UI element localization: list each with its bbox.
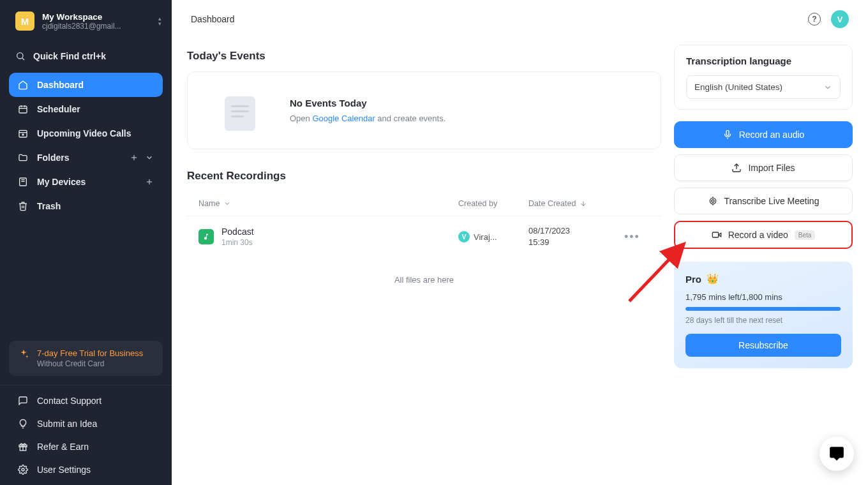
mic-icon bbox=[722, 130, 733, 140]
device-icon bbox=[18, 177, 28, 187]
bulb-icon bbox=[18, 419, 28, 429]
footer-submit-idea[interactable]: Submit an Idea bbox=[0, 412, 172, 435]
crown-icon: 👑 bbox=[707, 273, 719, 285]
row-actions-menu[interactable]: ••• bbox=[624, 230, 650, 244]
sidebar: M My Workspace cjdigitals2831@gmail... ▴… bbox=[0, 0, 172, 485]
record-video-button[interactable]: Record a video Beta bbox=[674, 221, 853, 249]
sidebar-nav: Dashboard Scheduler Upcoming Video Calls… bbox=[0, 68, 172, 218]
calendar-dot-icon bbox=[18, 128, 28, 138]
svg-rect-21 bbox=[726, 130, 729, 135]
beta-badge: Beta bbox=[795, 230, 816, 240]
search-icon bbox=[15, 51, 26, 61]
sidebar-item-label: My Devices bbox=[37, 177, 86, 187]
sidebar-item-trash[interactable]: Trash bbox=[9, 194, 163, 218]
google-calendar-link[interactable]: Google Calendar bbox=[312, 114, 375, 123]
column-name[interactable]: Name bbox=[198, 199, 458, 208]
folder-icon bbox=[18, 153, 28, 163]
svg-point-8 bbox=[22, 134, 24, 135]
sidebar-item-label: Dashboard bbox=[37, 80, 84, 90]
svg-point-24 bbox=[710, 198, 715, 204]
footer-label: User Settings bbox=[37, 465, 91, 475]
workspace-email: cjdigitals2831@gmail... bbox=[42, 22, 125, 31]
trial-promo-card[interactable]: 7-day Free Trial for Business Without Cr… bbox=[9, 341, 163, 376]
column-created-by[interactable]: Created by bbox=[458, 199, 528, 208]
plus-icon[interactable] bbox=[145, 177, 154, 186]
pro-progress-fill bbox=[685, 307, 841, 311]
transcribe-live-meeting-button[interactable]: Transcribe Live Meeting bbox=[674, 188, 853, 214]
svg-rect-2 bbox=[19, 106, 27, 113]
user-avatar[interactable]: V bbox=[831, 10, 849, 28]
svg-line-1 bbox=[22, 58, 24, 60]
footer-refer-earn[interactable]: Refer & Earn bbox=[0, 435, 172, 458]
pro-plan-panel: Pro 👑 1,795 mins left/1,800 mins 28 days… bbox=[674, 262, 853, 368]
plus-icon[interactable] bbox=[130, 153, 138, 162]
sidebar-item-label: Scheduler bbox=[37, 104, 80, 114]
trial-title: 7-day Free Trial for Business bbox=[37, 348, 143, 358]
chevron-updown-icon: ▴▾ bbox=[158, 16, 161, 26]
chevron-down-icon bbox=[223, 200, 231, 207]
svg-point-0 bbox=[17, 53, 23, 59]
sidebar-footer: Contact Support Submit an Idea Refer & E… bbox=[0, 385, 172, 485]
events-card: No Events Today Open Google Calendar and… bbox=[187, 71, 661, 149]
recording-name: Podcast bbox=[221, 227, 458, 237]
chat-icon bbox=[18, 396, 28, 406]
recording-row[interactable]: Podcast 1min 30s V Viraj... 08/17/2023 1… bbox=[187, 216, 661, 257]
footer-label: Refer & Earn bbox=[37, 442, 89, 452]
sidebar-item-folders[interactable]: Folders bbox=[9, 146, 163, 170]
svg-point-23 bbox=[712, 200, 714, 202]
arrow-down-icon bbox=[580, 200, 587, 207]
sidebar-item-label: Upcoming Video Calls bbox=[37, 128, 131, 138]
footer-label: Submit an Idea bbox=[37, 419, 97, 429]
creator-avatar: V bbox=[458, 231, 470, 243]
sidebar-item-label: Folders bbox=[37, 153, 70, 163]
recording-duration: 1min 30s bbox=[221, 238, 458, 247]
chat-support-fab[interactable] bbox=[819, 436, 854, 471]
sidebar-item-devices[interactable]: My Devices bbox=[9, 170, 163, 194]
sidebar-item-upcoming-calls[interactable]: Upcoming Video Calls bbox=[9, 121, 163, 146]
sidebar-item-dashboard[interactable]: Dashboard bbox=[9, 73, 163, 97]
quick-find[interactable]: Quick Find ctrl+k bbox=[0, 45, 172, 68]
topbar: Dashboard ? V bbox=[172, 0, 868, 38]
empty-events-illustration bbox=[203, 85, 273, 136]
recordings-heading: Recent Recordings bbox=[187, 170, 661, 183]
chat-bubble-icon bbox=[828, 445, 845, 462]
svg-rect-27 bbox=[712, 232, 718, 237]
record-audio-button[interactable]: Record an audio bbox=[674, 121, 853, 148]
sidebar-item-label: Trash bbox=[37, 201, 61, 211]
footer-label: Contact Support bbox=[37, 396, 101, 406]
audio-file-icon bbox=[198, 229, 214, 244]
events-heading: Today's Events bbox=[187, 50, 661, 63]
transcription-language-panel: Transcription language English (United S… bbox=[674, 45, 853, 110]
trial-subtitle: Without Credit Card bbox=[37, 359, 143, 368]
column-date-created[interactable]: Date Created bbox=[528, 199, 624, 208]
pro-progress-bar bbox=[685, 307, 841, 311]
all-files-message: All files are here bbox=[187, 257, 661, 302]
sidebar-item-scheduler[interactable]: Scheduler bbox=[9, 97, 163, 121]
sparkle-icon bbox=[18, 348, 29, 360]
no-events-title: No Events Today bbox=[290, 98, 445, 108]
pro-reset-note: 28 days left till the next reset bbox=[685, 316, 841, 325]
import-files-button[interactable]: Import Files bbox=[674, 154, 853, 181]
main-content: Dashboard ? V Today's Events No Events T… bbox=[172, 0, 868, 485]
date-created-cell: 08/17/2023 15:39 bbox=[528, 225, 624, 248]
workspace-avatar: M bbox=[15, 11, 34, 31]
trash-icon bbox=[18, 201, 28, 211]
resubscribe-button[interactable]: Resubscribe bbox=[685, 334, 841, 357]
workspace-switcher[interactable]: M My Workspace cjdigitals2831@gmail... ▴… bbox=[0, 0, 172, 41]
language-selected-value: English (United States) bbox=[694, 82, 782, 92]
calendar-icon bbox=[18, 104, 28, 114]
chevron-down-icon[interactable] bbox=[145, 153, 154, 162]
chevron-down-icon bbox=[823, 83, 832, 92]
help-icon[interactable]: ? bbox=[808, 13, 821, 26]
upload-icon bbox=[731, 163, 742, 173]
pro-label: Pro bbox=[685, 274, 701, 285]
home-icon bbox=[18, 80, 28, 90]
footer-contact-support[interactable]: Contact Support bbox=[0, 389, 172, 412]
video-icon bbox=[712, 230, 722, 240]
no-events-subtext: Open Google Calendar and create events. bbox=[290, 114, 445, 123]
svg-point-19 bbox=[22, 468, 24, 471]
gift-icon bbox=[18, 442, 28, 452]
workspace-name: My Workspace bbox=[42, 12, 151, 22]
language-select[interactable]: English (United States) bbox=[686, 75, 841, 99]
footer-user-settings[interactable]: User Settings bbox=[0, 458, 172, 481]
